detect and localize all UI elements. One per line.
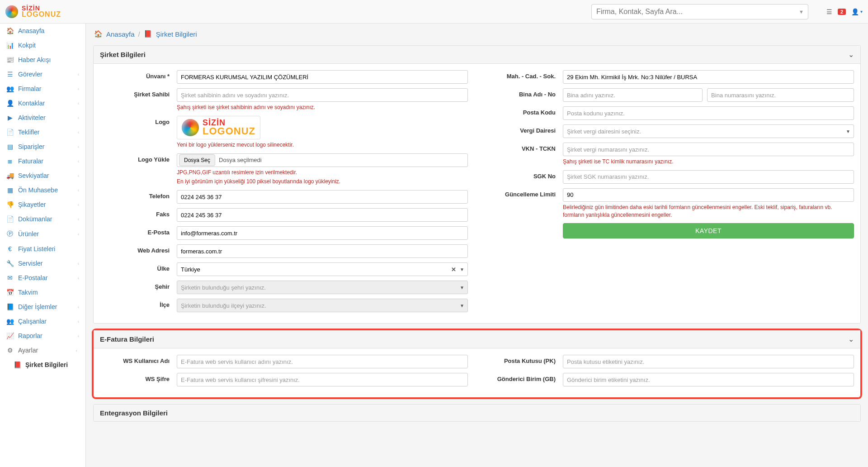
label-ws-user: WS Kullanıcı Adı [100, 355, 177, 364]
logo-text-2: LOGONUZ [203, 127, 255, 136]
sidebar-item-label: Ürünler [18, 230, 39, 238]
sidebar-item-label: Çalışanlar [18, 318, 47, 325]
input-pk[interactable] [563, 355, 854, 368]
chevron-down-icon[interactable]: ⌄ [848, 50, 854, 59]
search-input[interactable] [591, 4, 808, 19]
input-bina-adi[interactable] [563, 88, 703, 102]
sidebar-item-raporlar[interactable]: 📈Raporlar‹ [0, 329, 85, 343]
input-sahibi[interactable] [177, 88, 468, 102]
sidebar-item-anasayfa[interactable]: 🏠Anasayfa [0, 24, 85, 38]
global-search[interactable]: ▼ [591, 4, 808, 19]
input-unvan[interactable] [177, 70, 468, 84]
sidebar-item-sipari-ler[interactable]: ▤Siparişler‹ [0, 139, 85, 154]
sidebar-item-faturalar[interactable]: ≣Faturalar‹ [0, 154, 85, 168]
sidebar-item-label: Anasayfa [18, 27, 44, 34]
sidebar-item-haber-ak-[interactable]: 📰Haber Akışı [0, 52, 85, 67]
sidebar-item-e-postalar[interactable]: ✉E-Postalar‹ [0, 271, 85, 285]
select-vergi-dairesi[interactable]: ▼ [563, 124, 854, 138]
label-ulke: Ülke [100, 262, 177, 272]
input-gb[interactable] [563, 373, 854, 386]
input-posta[interactable] [563, 106, 854, 120]
sidebar-item-takvim[interactable]: 📅Takvim [0, 285, 85, 300]
sidebar-item-label: Fiyat Listeleri [18, 245, 55, 253]
save-button[interactable]: KAYDET [563, 223, 854, 238]
label-mah: Mah. - Cad. - Sok. [486, 70, 563, 80]
list-icon[interactable]: ☰ [826, 8, 832, 15]
sidebar-item-ayarlar[interactable]: ⚙Ayarlar⌄ [0, 343, 85, 357]
select-ilce[interactable]: ▼ [177, 299, 468, 312]
logo-icon [182, 119, 199, 136]
sidebar-item-label: Raporlar [18, 332, 42, 339]
sidebar-item-aktiviteler[interactable]: ▶Aktiviteler‹ [0, 110, 85, 125]
sidebar-item-label: Kontaklar [18, 100, 45, 107]
panel-header[interactable]: E-Fatura Bilgileri ⌄ [94, 330, 860, 348]
select-ulke[interactable]: ✕ ▼ [177, 262, 468, 276]
help-logo: Yeni bir logo yüklerseniz mevcut logo si… [177, 141, 468, 149]
dislike-icon: 👎 [6, 201, 14, 208]
input-limit[interactable] [563, 188, 854, 202]
brand-logo[interactable]: SİZİN LOGONUZ [5, 5, 61, 18]
chart-icon: 📈 [6, 332, 14, 339]
sidebar-item--al-anlar[interactable]: 👥Çalışanlar‹ [0, 314, 85, 329]
book-icon: 📘 [6, 303, 14, 310]
input-bina-no[interactable] [707, 88, 854, 102]
input-ilce[interactable] [177, 299, 468, 312]
input-eposta[interactable] [177, 226, 468, 240]
panel-title: E-Fatura Bilgileri [100, 335, 154, 343]
chevron-down-icon[interactable]: ⌄ [848, 335, 854, 343]
notification-badge[interactable]: 2 [838, 9, 846, 15]
input-vkn[interactable] [563, 143, 854, 156]
sidebar-item-firmalar[interactable]: 👥Firmalar‹ [0, 81, 85, 96]
sidebar-item-g-revler[interactable]: ☰Görevler‹ [0, 67, 85, 81]
logo-preview: SİZİN LOGONUZ [177, 116, 260, 139]
label-pk: Posta Kutusu (PK) [486, 355, 563, 364]
sidebar-item-teklifler[interactable]: 📄Teklifler‹ [0, 125, 85, 139]
clear-icon[interactable]: ✕ [451, 266, 456, 273]
sidebar-item-label: Siparişler [18, 143, 44, 150]
sidebar-item-kontaklar[interactable]: 👤Kontaklar‹ [0, 96, 85, 110]
sidebar-item-label: Haber Akışı [18, 56, 51, 63]
panel-entegrasyon: Entegrasyon Bilgileri [93, 404, 861, 422]
label-bina: Bina Adı - No [486, 88, 563, 98]
chevron-left-icon: ‹ [78, 188, 79, 193]
panel-header[interactable]: Entegrasyon Bilgileri [94, 405, 860, 421]
input-mah[interactable] [563, 70, 854, 84]
input-sgk[interactable] [563, 170, 854, 184]
people-icon: 👥 [6, 318, 14, 325]
input-ws-sifre[interactable] [177, 373, 468, 386]
input-faks[interactable] [177, 208, 468, 222]
breadcrumb-home[interactable]: Anasayfa [106, 30, 135, 38]
sidebar-item-sevkiyatlar[interactable]: 🚚Sevkiyatlar‹ [0, 168, 85, 183]
sidebar-item-servisler[interactable]: 🔧Servisler‹ [0, 256, 85, 271]
sidebar-item--n-muhasebe[interactable]: ▦Ön Muhasebe‹ [0, 183, 85, 197]
breadcrumb-current[interactable]: Şirket Bilgileri [156, 30, 197, 38]
sidebar-item--r-nler[interactable]: ⓅÜrünler‹ [0, 226, 85, 242]
input-web[interactable] [177, 244, 468, 258]
select-sehir[interactable]: ▼ [177, 281, 468, 294]
sidebar-item-kokpit[interactable]: 📊Kokpit [0, 38, 85, 52]
sidebar-item-fiyat-listeleri[interactable]: €Fiyat Listeleri [0, 242, 85, 256]
input-vergi-dairesi[interactable] [563, 124, 854, 138]
user-menu[interactable]: 👤 ▾ [851, 8, 863, 15]
sidebar-item-di-er-i-lemler[interactable]: 📘Diğer İşlemler‹ [0, 300, 85, 314]
sidebar-item--ikayetler[interactable]: 👎Şikayetler‹ [0, 197, 85, 212]
input-telefon[interactable] [177, 190, 468, 204]
chevron-left-icon: ‹ [78, 202, 79, 207]
dash-icon: 📊 [6, 42, 14, 49]
input-sehir[interactable] [177, 281, 468, 294]
input-ws-user[interactable] [177, 355, 468, 368]
sidebar: 🏠Anasayfa📊Kokpit📰Haber Akışı☰Görevler‹👥F… [0, 24, 86, 467]
chevron-down-icon: ⌄ [75, 348, 80, 352]
breadcrumb-sep: / [138, 30, 140, 38]
sidebar-item-label: Sevkiyatlar [18, 172, 49, 179]
file-icon: 📄 [6, 129, 14, 136]
help-logo-yukle1: JPG,PNG,GIF uzantılı resimlere izin veri… [177, 169, 468, 176]
label-eposta: E-Posta [100, 226, 177, 236]
panel-header[interactable]: Şirket Bilgileri ⌄ [94, 46, 860, 64]
file-choose-button[interactable]: Dosya Seç [179, 154, 215, 166]
input-ulke[interactable] [177, 262, 468, 276]
sidebar-item-dok-manlar[interactable]: 📄Dokümanlar‹ [0, 212, 85, 226]
sidebar-item--irket-bilgileri[interactable]: 📕Şirket Bilgileri [0, 357, 85, 372]
label-faks: Faks [100, 208, 177, 218]
label-sgk: SGK No [486, 170, 563, 180]
